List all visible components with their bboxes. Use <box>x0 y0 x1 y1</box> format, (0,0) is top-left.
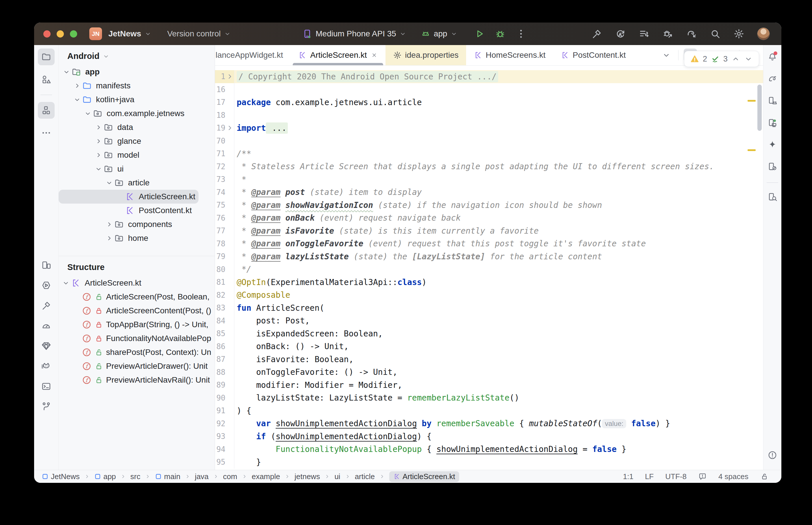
run-play-icon[interactable] <box>474 28 485 39</box>
build-hammer-button[interactable] <box>38 297 55 314</box>
breadcrumb-JetNews[interactable]: JetNews <box>42 472 80 481</box>
gutter-line-73[interactable]: 73 <box>215 173 234 186</box>
structure-item[interactable]: f PreviewArticleDrawer(): Unit <box>59 359 215 373</box>
gutter-line-87[interactable]: 87 <box>215 353 234 366</box>
gutter-line-85[interactable]: 85 <box>215 327 234 340</box>
gutter-line-19[interactable]: 19 <box>215 122 234 135</box>
code-line-content[interactable]: package com.example.jetnews.ui.article <box>234 96 763 109</box>
code-line-content[interactable]: / Copyright 2020 The Android Open Source… <box>234 70 763 83</box>
device-mirroring-button[interactable] <box>765 160 780 174</box>
breadcrumb-src[interactable]: src <box>130 472 141 481</box>
code-line-content[interactable]: } <box>234 456 763 469</box>
code-line-content[interactable]: var showUnimplementedActionDialog by rem… <box>234 417 763 430</box>
gutter-line-74[interactable]: 74 <box>215 186 234 199</box>
code-line-content[interactable]: FunctionalityNotAvailablePopup { showUni… <box>234 443 763 456</box>
project-tree-item-data[interactable]: data <box>59 120 215 134</box>
caret-position[interactable]: 1:1 <box>623 472 633 481</box>
gradle-elephant-button[interactable] <box>765 72 780 86</box>
settings-icon[interactable] <box>734 28 744 39</box>
lock-open-status-icon[interactable] <box>760 472 769 481</box>
running-devices-small-button[interactable] <box>38 257 55 273</box>
logcat-cat-button[interactable] <box>38 358 55 375</box>
code-line-content[interactable]: * @param post (state) item to display <box>234 186 763 199</box>
gutter-line-70[interactable]: 70 <box>215 135 234 148</box>
run-hexagon-button[interactable] <box>38 277 55 294</box>
project-tree-item-glance[interactable]: glance <box>59 134 215 148</box>
project-folder-button[interactable] <box>38 48 55 65</box>
project-tree-item-ui[interactable]: ui <box>59 162 215 176</box>
code-line-content[interactable]: import ... <box>234 122 763 135</box>
project-tree-item-com.example.jetnews[interactable]: com.example.jetnews <box>59 107 215 120</box>
fold-marker-icon[interactable] <box>225 122 234 135</box>
code-line-content[interactable] <box>234 83 763 96</box>
build-hammer-icon[interactable] <box>591 28 602 39</box>
code-line-content[interactable]: * @param onBack (event) request navigate… <box>234 212 763 225</box>
project-tree-item-manifests[interactable]: manifests <box>59 79 215 93</box>
gutter-line-94[interactable]: 94 <box>215 443 234 456</box>
code-line-content[interactable]: * @param showNavigationIcon (state) if t… <box>234 199 763 212</box>
inspection-widget[interactable]: 2 3 <box>684 51 759 67</box>
run-configurations-icon[interactable] <box>639 28 650 39</box>
chevron-right-icon[interactable] <box>104 220 114 229</box>
gutter-line-78[interactable]: 78 <box>215 237 234 250</box>
chevron-down-icon[interactable] <box>83 109 93 118</box>
code-line-content[interactable]: * @param isFavorite (state) is this item… <box>234 224 763 237</box>
app-quality-insights-button[interactable] <box>38 338 55 354</box>
project-tree-item-PostContent.kt[interactable]: PostContent.kt <box>59 204 215 217</box>
project-menu[interactable]: JetNews <box>108 29 152 39</box>
gutter-line-18[interactable]: 18 <box>215 109 234 122</box>
chevron-right-icon[interactable] <box>104 234 114 243</box>
debug-bug-icon[interactable] <box>495 28 506 39</box>
chevron-right-icon[interactable] <box>94 137 103 146</box>
run-configuration-selector[interactable]: app <box>420 29 458 39</box>
gutter-line-86[interactable]: 86 <box>215 340 234 353</box>
gutter-line-72[interactable]: 72 <box>215 160 234 173</box>
breadcrumb-jetnews[interactable]: jetnews <box>294 472 320 481</box>
gutter-line-1[interactable]: 1 <box>215 70 234 83</box>
breadcrumb-ArticleScreen.kt[interactable]: ArticleScreen.kt <box>389 471 459 482</box>
indent-style[interactable]: 4 spaces <box>718 472 749 481</box>
passed-count[interactable]: 3 <box>723 55 728 63</box>
gutter-line-92[interactable]: 92 <box>215 417 234 430</box>
chevron-down-icon[interactable] <box>72 95 82 104</box>
chevron-right-icon[interactable] <box>94 123 103 132</box>
code-line-content[interactable]: * <box>234 173 763 186</box>
gutter-line-93[interactable]: 93 <box>215 430 234 443</box>
more-tools-button[interactable] <box>38 124 55 141</box>
code-line-content[interactable]: post: Post, <box>234 314 763 328</box>
gutter-line-80[interactable]: 80 <box>215 263 234 276</box>
project-tree-item-kotlin+java[interactable]: kotlin+java <box>59 93 215 107</box>
gutter-line-81[interactable]: 81 <box>215 276 234 289</box>
breadcrumb-java[interactable]: java <box>195 472 209 481</box>
gutter-line-76[interactable]: 76 <box>215 212 234 225</box>
code-line-content[interactable]: onBack: () -> Unit, <box>234 340 763 353</box>
code-line-content[interactable]: * @param onToggleFavorite (event) reques… <box>234 237 763 250</box>
gutter-line-90[interactable]: 90 <box>215 392 234 405</box>
problems-button[interactable] <box>765 448 780 462</box>
gutter-line-89[interactable]: 89 <box>215 379 234 392</box>
breadcrumb-com[interactable]: com <box>223 472 237 481</box>
breadcrumb-app[interactable]: app <box>94 472 116 481</box>
vcs-menu[interactable]: Version control <box>167 29 231 39</box>
gemini-sparkle-button[interactable] <box>765 137 780 152</box>
code-line-content[interactable]: * @param lazyListState (state) the [Lazy… <box>234 250 763 263</box>
tab-overflow-chevron-button[interactable] <box>660 48 673 62</box>
device-manager-button[interactable] <box>765 93 780 108</box>
line-separator[interactable]: LF <box>645 472 654 481</box>
structure-item[interactable]: f ArticleScreenContent(Post, () <box>59 304 215 318</box>
gutter-line-77[interactable]: 77 <box>215 224 234 237</box>
code-line-content[interactable]: isFavorite: Boolean, <box>234 353 763 366</box>
code-line-content[interactable]: /** <box>234 147 763 160</box>
project-tree-item-components[interactable]: components <box>59 217 215 231</box>
chevron-down-icon[interactable] <box>94 165 103 173</box>
close-tab-icon[interactable] <box>370 51 378 59</box>
structure-item[interactable]: f ArticleScreen(Post, Boolean, <box>59 290 215 304</box>
warning-count[interactable]: 2 <box>703 55 707 63</box>
gutter-line-82[interactable]: 82 <box>215 289 234 302</box>
attach-debugger-icon[interactable] <box>662 28 673 39</box>
project-tree-item-article[interactable]: article <box>59 176 215 190</box>
gutter-line-17[interactable]: 17 <box>215 96 234 109</box>
tab-idea.properties[interactable]: idea.properties <box>385 45 466 65</box>
device-selector[interactable]: Medium Phone API 35 <box>302 29 407 39</box>
warning-stripe-mark[interactable] <box>748 149 756 151</box>
